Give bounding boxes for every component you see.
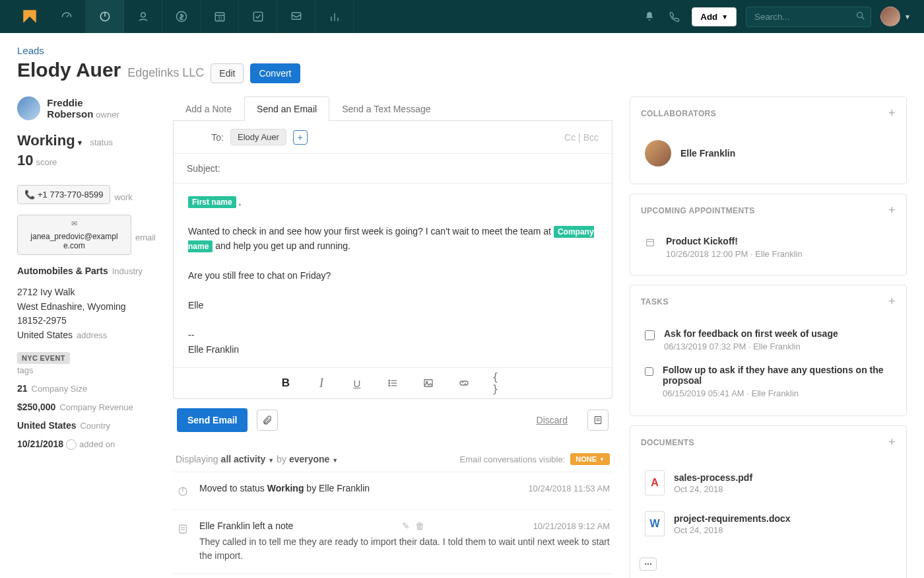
user-menu[interactable]: ▼	[880, 7, 911, 26]
svg-point-3	[141, 13, 145, 17]
pdf-icon: A	[645, 470, 665, 495]
owner-role: owner	[96, 110, 119, 120]
add-appointment-button[interactable]: +	[888, 203, 896, 217]
right-sidebar: COLLABORATORS+ Elle Franklin UPCOMING AP…	[630, 96, 907, 578]
add-button[interactable]: Add▼	[692, 7, 737, 26]
envelope-icon: ✉	[71, 219, 77, 228]
email-visibility-badge[interactable]: NONE▼	[570, 453, 610, 465]
edit-button[interactable]: Edit	[211, 63, 244, 83]
discard-link[interactable]: Discard	[537, 415, 568, 425]
image-button[interactable]	[421, 376, 436, 390]
company-size-value: 21	[17, 383, 28, 394]
top-nav: 31 Add▼ ▼	[0, 0, 924, 33]
template-button[interactable]	[587, 410, 609, 431]
list-button[interactable]	[385, 376, 400, 390]
address-block: 2712 Ivy Walk West Ednashire, Wyoming 18…	[17, 285, 156, 343]
add-collaborator-button[interactable]: +	[888, 106, 896, 120]
add-task-button[interactable]: +	[888, 295, 896, 308]
company-size-label: Company Size	[32, 384, 88, 394]
edit-note-button[interactable]: ✎	[402, 521, 410, 531]
convert-button[interactable]: Convert	[250, 63, 300, 83]
page-header: Leads Elody Auer Edgelinks LLC Edit Conv…	[0, 33, 924, 83]
document-item[interactable]: W project-requirements.docxOct 24, 2018	[641, 503, 896, 544]
svg-rect-28	[180, 525, 187, 533]
underline-button[interactable]: U	[350, 376, 364, 390]
appointment-item[interactable]: Product Kickoff!10/26/2018 12:00 PM · El…	[641, 231, 896, 264]
caret-down-icon: ▼	[721, 13, 728, 20]
industry-label: Industry	[112, 266, 143, 276]
status-dropdown[interactable]: Working▼	[17, 132, 83, 149]
more-documents-button[interactable]: ···	[640, 558, 657, 571]
score-label: score	[36, 157, 57, 167]
nav-tasks[interactable]	[239, 0, 277, 33]
activity-filter: Displaying all activity ▼ by everyone ▼ …	[173, 441, 612, 472]
tag-badge[interactable]: NYC EVENT	[17, 352, 70, 364]
svg-marker-0	[23, 10, 36, 23]
feed-item-added: Elody Auer added by Elle Franklin10/21/2…	[173, 574, 612, 578]
svg-text:31: 31	[217, 16, 222, 20]
lead-name: Elody Auer	[17, 59, 121, 81]
bold-button[interactable]: B	[279, 376, 293, 390]
italic-button[interactable]: I	[314, 376, 329, 390]
compose-tabs: Add a Note Send an Email Send a Text Mes…	[173, 96, 612, 121]
avatar-icon	[880, 7, 900, 26]
breadcrumb[interactable]: Leads	[17, 45, 907, 56]
send-email-button[interactable]: Send Email	[177, 408, 248, 432]
call-icon[interactable]	[667, 9, 682, 24]
avatar-icon	[645, 140, 671, 166]
delete-note-button[interactable]: 🗑	[415, 521, 424, 531]
nav-contacts[interactable]	[124, 0, 162, 33]
tab-add-note[interactable]: Add a Note	[173, 96, 244, 121]
filter-type[interactable]: all activity ▼	[221, 454, 275, 464]
filter-user[interactable]: everyone ▼	[289, 454, 338, 464]
industry-value: Automobiles & Parts	[17, 266, 108, 276]
composer-footer: Send Email Discard	[173, 399, 612, 441]
owner-avatar	[17, 96, 40, 120]
task-checkbox[interactable]	[645, 330, 655, 340]
task-item: Follow up to ask if they have any questi…	[641, 358, 896, 405]
tags-label: tags	[17, 365, 156, 375]
svg-rect-33	[647, 239, 654, 246]
link-button[interactable]	[457, 376, 471, 390]
bars-icon	[328, 10, 341, 23]
cc-bcc[interactable]: Cc | Bcc	[564, 132, 599, 143]
search-input[interactable]	[746, 7, 871, 27]
nav-calendar[interactable]: 31	[201, 0, 239, 33]
to-label: To:	[187, 132, 224, 143]
attach-button[interactable]	[257, 410, 278, 431]
code-button[interactable]: { }	[492, 376, 507, 390]
calendar-icon: 31	[213, 10, 226, 23]
nav-dashboard[interactable]	[48, 0, 86, 33]
svg-point-17	[389, 385, 390, 386]
owner-row[interactable]: Freddie Robersonowner	[17, 96, 156, 120]
phone-icon: 📞	[24, 190, 35, 199]
phone-pill[interactable]: 📞+1 773-770-8599	[17, 185, 110, 204]
tab-send-email[interactable]: Send an Email	[244, 96, 329, 121]
tab-send-text[interactable]: Send a Text Message	[329, 96, 443, 121]
panel-title: UPCOMING APPOINTMENTS	[641, 206, 755, 215]
bell-icon	[644, 11, 655, 22]
email-body[interactable]: First name , Wanted to check in and see …	[174, 184, 612, 367]
add-document-button[interactable]: +	[888, 435, 896, 449]
template-icon	[593, 415, 603, 425]
svg-line-14	[862, 17, 864, 19]
nav-deals[interactable]	[162, 0, 201, 33]
task-checkbox[interactable]	[645, 367, 653, 377]
country-label: Country	[80, 421, 110, 431]
feed-time: 10/24/2018 11:53 AM	[528, 484, 610, 493]
nav-leads[interactable]	[86, 0, 124, 33]
email-pill[interactable]: ✉janea_predovic@example.com	[17, 215, 131, 255]
search-icon	[855, 11, 866, 21]
nav-inbox[interactable]	[277, 0, 315, 33]
recipient-chip[interactable]: Elody Auer	[230, 129, 286, 145]
nav-icons: 31	[48, 0, 354, 33]
add-recipient-button[interactable]: +	[293, 130, 308, 145]
caret-down-icon: ▼	[904, 13, 911, 20]
token-first-name[interactable]: First name	[188, 196, 236, 208]
task-item: Ask for feedback on first week of usage0…	[641, 322, 896, 358]
nav-reports[interactable]	[315, 0, 354, 33]
collaborator-item[interactable]: Elle Franklin	[641, 133, 896, 173]
notifications-icon[interactable]	[642, 9, 657, 24]
app-logo[interactable]	[18, 5, 41, 28]
document-item[interactable]: A sales-process.pdfOct 24, 2018	[641, 462, 896, 503]
